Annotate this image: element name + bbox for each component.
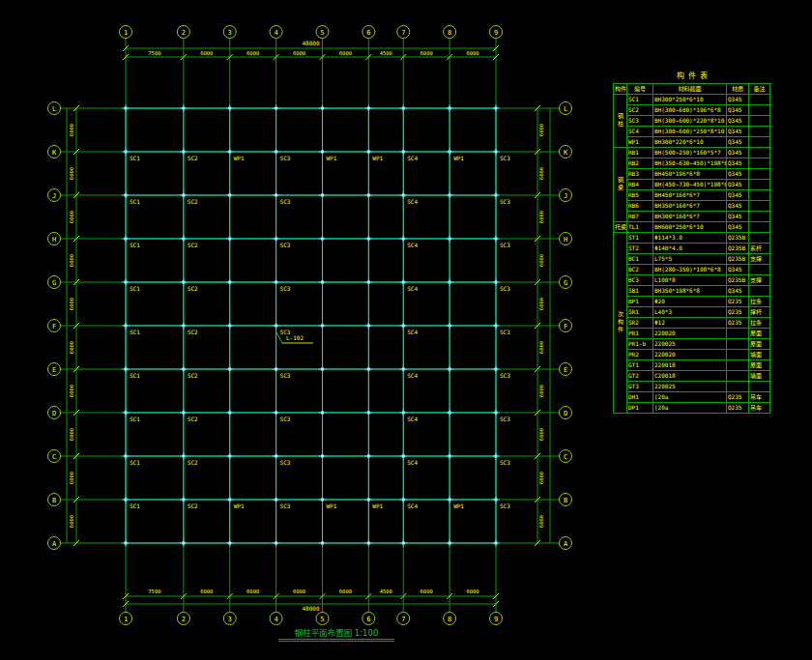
node-marker xyxy=(321,542,324,545)
node-marker xyxy=(402,455,405,458)
left-bay-dim-text: 6000 xyxy=(69,254,74,267)
table-header-0: 构件 xyxy=(614,84,627,95)
node-marker xyxy=(367,542,370,545)
remark-cell xyxy=(749,148,770,158)
column-node-label: SC3 xyxy=(280,416,291,422)
axis-bubble-label: 2 xyxy=(182,29,186,37)
column-node-label: SC1 xyxy=(130,459,140,466)
left-bay-dim-text: 6000 xyxy=(69,167,74,180)
axis-bubble-label: 6 xyxy=(366,29,370,37)
axis-bubble-label: 8 xyxy=(448,616,451,623)
column-node-label: SC1 xyxy=(130,155,140,161)
member-id-cell: RB6 xyxy=(627,201,653,212)
remark-cell: 吊车 xyxy=(749,392,770,403)
material-cell: Q345 xyxy=(727,116,749,127)
node-marker xyxy=(182,151,185,154)
node-marker xyxy=(275,412,277,415)
table-header-2: 材料截面 xyxy=(653,84,727,95)
node-marker xyxy=(321,368,324,371)
node-marker xyxy=(228,368,231,371)
section-cell: BH450*160*6*7 xyxy=(653,190,727,201)
node-marker xyxy=(275,107,277,110)
section-cell: BH300*220*6*10 xyxy=(653,137,727,148)
member-id-cell: SC4 xyxy=(627,127,653,137)
table-header-3: 材质 xyxy=(727,84,749,95)
column-node-label: SC3 xyxy=(280,242,291,248)
member-id-cell: PR1-b xyxy=(627,339,653,350)
table-row: 钢梁RB1BH(500~250)*160*5*7Q345 xyxy=(614,148,770,158)
column-node-label: SC2 xyxy=(188,198,198,205)
right-bay-dim-text: 6000 xyxy=(538,167,544,180)
node-marker xyxy=(495,238,498,241)
section-cell: 220025 xyxy=(653,339,727,350)
node-marker xyxy=(449,325,451,328)
remark-cell xyxy=(749,201,770,212)
axis-bubble-label: 3 xyxy=(228,29,232,37)
column-node-label: SC3 xyxy=(280,198,291,205)
node-marker xyxy=(367,325,370,328)
bottom-bay-dim-text: 6000 xyxy=(293,588,305,594)
node-marker xyxy=(449,368,451,371)
column-node-label: SC1 xyxy=(130,285,140,292)
bottom-bay-dim-text: 4500 xyxy=(380,588,392,594)
node-marker xyxy=(402,542,405,545)
node-marker xyxy=(402,151,405,154)
axis-bubble-label: K xyxy=(52,149,57,157)
left-bay-dim-text: 6000 xyxy=(69,341,74,354)
axis-bubble-label: 5 xyxy=(320,616,324,623)
node-marker xyxy=(182,238,185,241)
column-node-label: SC1 xyxy=(130,329,140,335)
column-node-label: SC2 xyxy=(188,242,198,248)
section-cell: BH(350~630~450)*198*6*8 xyxy=(653,158,727,169)
axis-bubble-label: F xyxy=(52,323,56,330)
right-bay-dim-text: 6000 xyxy=(538,298,544,310)
table-row: RB3BH450*196*6*8Q345 xyxy=(614,169,770,180)
table-row: 钢柱SC1BH300*250*6*10Q345 xyxy=(614,95,770,105)
top-bay-dim-text: 6000 xyxy=(200,50,213,56)
table-row: GT3220025 xyxy=(614,382,770,392)
node-marker xyxy=(367,238,370,241)
column-node-label: SC1 xyxy=(130,416,140,422)
member-id-cell: DP1 xyxy=(627,403,653,414)
material-cell: Q345 xyxy=(727,158,749,169)
remark-cell xyxy=(749,180,770,190)
component-table-grid: 构件编号材料截面材质备注钢柱SC1BH300*250*6*10Q345SC2BH… xyxy=(613,83,770,414)
table-row: SB1BH350*198*6*8Q345 xyxy=(614,286,770,297)
table-row: PR1220020屋面 xyxy=(614,329,770,339)
column-node-label: SC3 xyxy=(280,372,291,379)
column-node-label: SC3 xyxy=(500,242,510,248)
column-node-label: SC3 xyxy=(280,155,291,161)
axis-bubble-label: G xyxy=(52,279,56,287)
remark-cell xyxy=(749,105,770,116)
material-cell: Q235 xyxy=(727,297,749,307)
right-bay-dim-text: 6000 xyxy=(538,124,544,136)
remark-cell: 屋面 xyxy=(749,329,770,339)
top-bay-dim-text: 6000 xyxy=(246,50,259,56)
table-header-1: 编号 xyxy=(627,84,653,95)
member-id-cell: RB4 xyxy=(627,180,653,190)
node-marker xyxy=(275,194,277,197)
section-cell: BH(300~600)*250*8*10 xyxy=(653,127,727,137)
material-cell: Q345 xyxy=(727,201,749,212)
material-cell: Q345 xyxy=(727,169,749,180)
table-row: SR2Φ12Q235拉条 xyxy=(614,318,770,329)
remark-cell xyxy=(749,222,770,233)
table-row: RB4BH(450~730~450)*198*6*8Q345 xyxy=(614,180,770,190)
section-cell: 220025 xyxy=(653,382,727,392)
cad-viewport[interactable]: 4800075006000600060006000450060006000750… xyxy=(0,0,812,660)
node-marker xyxy=(402,107,405,110)
top-bay-dim-text: 6000 xyxy=(466,50,478,56)
node-marker xyxy=(275,325,277,328)
section-cell: BH(300~600)*196*6*8 xyxy=(653,105,727,116)
column-node-label: SC2 xyxy=(188,416,198,422)
node-marker xyxy=(228,238,231,241)
section-cell: 220018 xyxy=(653,360,727,371)
material-cell: Q345 xyxy=(727,127,749,137)
plan-annotation-text: L-102 xyxy=(286,334,304,341)
right-bay-dim-text: 6000 xyxy=(538,211,544,223)
node-marker xyxy=(275,368,277,371)
axis-bubble-label: 1 xyxy=(124,616,128,623)
top-bay-dim-text: 4500 xyxy=(380,50,392,56)
column-node-label: SC3 xyxy=(500,502,510,509)
top-bay-dim-text: 6000 xyxy=(420,50,433,56)
